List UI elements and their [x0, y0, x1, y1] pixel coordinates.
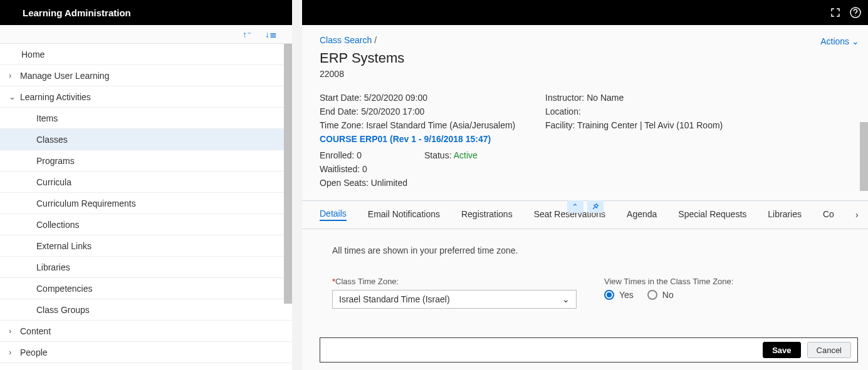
tab-libraries[interactable]: Libraries — [768, 209, 802, 220]
tab-agenda[interactable]: Agenda — [627, 209, 657, 220]
details-panel: All times are shown in your preferred ti… — [302, 229, 868, 309]
nav-class-groups[interactable]: Class Groups — [0, 299, 292, 321]
class-tz-select[interactable]: Israel Standard Time (Israel) ⌄ — [332, 290, 577, 309]
pin-icon[interactable] — [587, 200, 604, 213]
info-start-date: Start Date: 5/20/2020 09:00 — [320, 93, 545, 103]
breadcrumb-sep: / — [374, 35, 377, 45]
radio-yes-label: Yes — [619, 290, 634, 300]
class-tz-label: *Class Time Zone: — [332, 277, 577, 286]
tab-details[interactable]: Details — [320, 208, 347, 221]
breadcrumb-link-class-search[interactable]: Class Search — [320, 35, 372, 45]
tabs-scroll-right-icon[interactable]: › — [855, 210, 859, 220]
info-end-date: End Date: 5/20/2020 17:00 — [320, 106, 545, 116]
nav-home[interactable]: Home — [0, 44, 292, 65]
nav-classes[interactable]: Classes — [0, 129, 292, 150]
main-scrollbar-thumb[interactable] — [860, 122, 868, 191]
chevron-right-icon: › — [9, 347, 20, 357]
expand-all-icon[interactable]: ↓≣ — [265, 29, 277, 39]
chevron-right-icon: › — [9, 71, 20, 80]
nav-collections[interactable]: Collections — [0, 214, 292, 235]
view-times-label: View Times in the Class Time Zone: — [604, 277, 733, 286]
breadcrumb: Class Search / — [320, 35, 850, 45]
actions-label: Actions — [820, 36, 849, 46]
main-header-bar — [302, 0, 868, 25]
nav-learning-activities[interactable]: ⌄ Learning Activities — [0, 86, 292, 108]
timezone-hint: All times are shown in your preferred ti… — [332, 245, 838, 255]
actions-menu[interactable]: Actions ⌄ — [820, 36, 859, 46]
info-instructor: Instructor: No Name — [545, 93, 850, 103]
header-pin-controls: ⌃ — [567, 200, 604, 213]
chevron-down-icon: ⌄ — [562, 294, 570, 304]
radio-yes[interactable] — [604, 290, 614, 300]
info-enrolled: Enrolled: 0 — [320, 150, 362, 160]
cancel-button[interactable]: Cancel — [807, 342, 851, 358]
tab-truncated[interactable]: Co — [823, 209, 834, 220]
collapse-header-icon[interactable]: ⌃ — [567, 200, 583, 213]
fullscreen-icon[interactable] — [828, 5, 843, 20]
page-id: 22008 — [320, 69, 850, 79]
nav-label: Manage User Learning — [20, 71, 109, 81]
info-location: Location: — [545, 106, 850, 116]
radio-no-label: No — [662, 290, 674, 300]
nav-external-links[interactable]: External Links — [0, 235, 292, 257]
main-panel: Class Search / Actions ⌄ ERP Systems 220… — [302, 0, 868, 370]
tab-special-requests[interactable]: Special Requests — [678, 209, 746, 220]
nav-curricula[interactable]: Curricula — [0, 172, 292, 193]
header-section: Class Search / Actions ⌄ ERP Systems 220… — [302, 25, 868, 192]
page-title: ERP Systems — [320, 50, 850, 66]
info-facility: Facility: Training Center | Tel Aviv (10… — [545, 120, 850, 130]
sidebar-toolbar: ↑⁻ ↓≣ — [0, 25, 292, 44]
info-open-seats: Open Seats: Unlimited — [320, 178, 850, 188]
view-times-radio-group: Yes No — [604, 290, 733, 300]
chevron-down-icon: ⌄ — [852, 36, 859, 46]
nav-libraries[interactable]: Libraries — [0, 257, 292, 278]
nav-curriculum-requirements[interactable]: Curriculum Requirements — [0, 193, 292, 214]
nav-list: Home › Manage User Learning ⌄ Learning A… — [0, 44, 292, 370]
info-grid: Start Date: 5/20/2020 09:00 End Date: 5/… — [320, 93, 850, 148]
nav-label: Content — [20, 326, 51, 336]
course-link[interactable]: COURSE ERP01 (Rev 1 - 9/16/2018 15:47) — [320, 134, 545, 144]
save-button[interactable]: Save — [763, 342, 800, 358]
collapse-all-icon[interactable]: ↑⁻ — [243, 29, 251, 39]
nav-content[interactable]: › Content — [0, 321, 292, 342]
nav-manage-user-learning[interactable]: › Manage User Learning — [0, 65, 292, 86]
chevron-down-icon: ⌄ — [9, 92, 20, 101]
radio-no[interactable] — [647, 290, 657, 300]
scrollbar-thumb[interactable] — [284, 44, 292, 304]
left-sidebar: Learning Administration ↑⁻ ↓≣ Home › Man… — [0, 0, 292, 370]
footer-toolbar: Save Cancel — [320, 337, 858, 362]
info-status: Status: Active — [424, 150, 478, 160]
panel-splitter[interactable] — [292, 0, 302, 370]
nav-programs[interactable]: Programs — [0, 150, 292, 172]
tab-registrations[interactable]: Registrations — [461, 209, 513, 220]
info-waitlisted: Waitlisted: 0 — [320, 164, 850, 174]
class-tz-value: Israel Standard Time (Israel) — [339, 294, 450, 304]
svg-point-1 — [855, 15, 855, 16]
nav-label: Learning Activities — [20, 92, 91, 102]
info-time-zone: Time Zone: Israel Standard Time (Asia/Je… — [320, 120, 545, 130]
tabs-container: ⌃ Details Email Notifications Registrati… — [302, 200, 868, 229]
help-icon[interactable] — [848, 5, 863, 20]
sidebar-title: Learning Administration — [0, 0, 292, 25]
nav-competencies[interactable]: Competencies — [0, 278, 292, 299]
chevron-right-icon: › — [9, 326, 20, 336]
tab-email-notifications[interactable]: Email Notifications — [368, 209, 440, 220]
nav-people[interactable]: › People — [0, 342, 292, 363]
nav-label: People — [20, 347, 48, 357]
stats-row: Enrolled: 0 Status: Active — [320, 150, 850, 164]
nav-items[interactable]: Items — [0, 108, 292, 129]
